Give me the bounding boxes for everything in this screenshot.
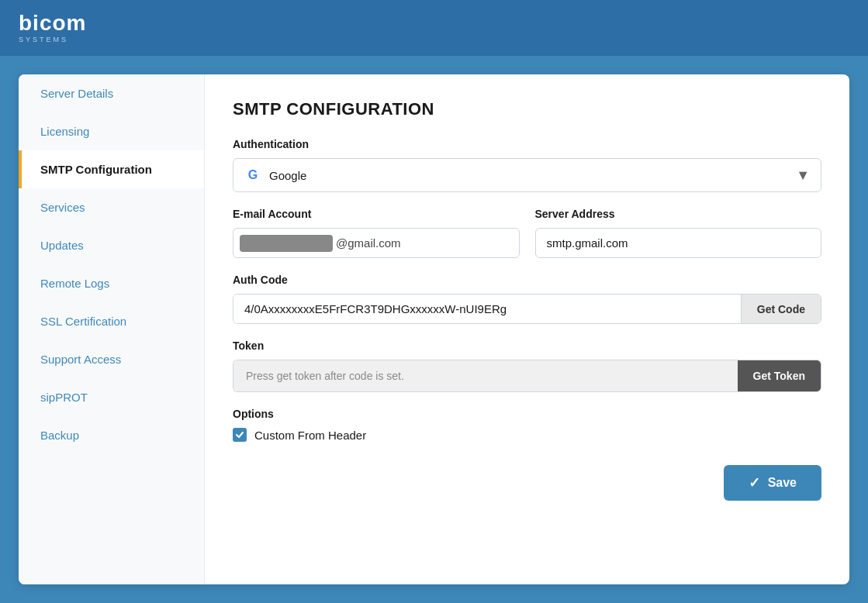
sidebar-item-updates[interactable]: Updates — [19, 226, 204, 264]
auth-code-row: Get Code — [233, 294, 821, 324]
sidebar-item-ssl-certification[interactable]: SSL Certification — [19, 302, 204, 340]
server-address-label: Server Address — [535, 208, 822, 220]
custom-from-header-checkbox[interactable] — [233, 428, 247, 442]
chevron-down-icon: ▼ — [796, 167, 810, 184]
sidebar-item-remote-logs[interactable]: Remote Logs — [19, 264, 204, 302]
email-account-input-row: @gmail.com — [233, 228, 520, 258]
token-placeholder-text: Press get token after code is set. — [233, 360, 738, 391]
email-suffix: @gmail.com — [333, 229, 410, 257]
auth-code-label: Auth Code — [233, 274, 821, 286]
custom-from-header-row: Custom From Header — [233, 428, 821, 442]
save-label: Save — [768, 476, 797, 490]
get-token-button[interactable]: Get Token — [738, 360, 821, 391]
sidebar-item-server-details[interactable]: Server Details — [19, 74, 204, 112]
email-account-label: E-mail Account — [233, 208, 520, 220]
token-row: Press get token after code is set. Get T… — [233, 360, 821, 392]
sidebar-item-services[interactable]: Services — [19, 188, 204, 226]
auth-code-input[interactable] — [233, 295, 741, 323]
email-account-group: E-mail Account @gmail.com — [233, 208, 520, 258]
authentication-dropdown[interactable]: G Google ▼ — [233, 158, 821, 192]
sidebar-item-support-access[interactable]: Support Access — [19, 340, 204, 378]
authentication-label: Authentication — [233, 138, 821, 150]
google-icon: G — [244, 167, 261, 184]
card: Server Details Licensing SMTP Configurat… — [19, 74, 849, 584]
server-address-input[interactable] — [535, 228, 822, 258]
sidebar-item-backup[interactable]: Backup — [19, 416, 204, 454]
authentication-value: Google — [269, 169, 306, 182]
logo-text: bicom — [19, 12, 86, 34]
logo-systems: SYSTEMS — [19, 36, 68, 43]
email-server-row: E-mail Account @gmail.com Server Address — [233, 208, 821, 258]
custom-from-header-label: Custom From Header — [254, 429, 366, 442]
top-bar: bicom SYSTEMS — [0, 0, 868, 56]
get-code-button[interactable]: Get Code — [741, 295, 821, 323]
sidebar-item-sipprot[interactable]: sipPROT — [19, 378, 204, 416]
save-check-icon: ✓ — [749, 474, 760, 491]
sidebar-item-licensing[interactable]: Licensing — [19, 112, 204, 150]
logo: bicom SYSTEMS — [19, 12, 86, 43]
options-label: Options — [233, 408, 821, 420]
sidebar: Server Details Licensing SMTP Configurat… — [19, 74, 205, 584]
page-title: SMTP CONFIGURATION — [233, 99, 821, 119]
server-address-group: Server Address — [535, 208, 822, 258]
sidebar-item-smtp-configuration[interactable]: SMTP Configuration — [19, 150, 204, 188]
save-row: ✓ Save — [233, 465, 821, 501]
checkmark-icon — [235, 430, 244, 439]
authentication-dropdown-wrapper[interactable]: G Google ▼ — [233, 158, 821, 192]
content-area: SMTP CONFIGURATION Authentication G Goog… — [205, 74, 849, 584]
token-label: Token — [233, 339, 821, 352]
save-button[interactable]: ✓ Save — [724, 465, 821, 501]
main-container: Server Details Licensing SMTP Configurat… — [0, 56, 868, 603]
email-masked-value — [240, 235, 333, 252]
